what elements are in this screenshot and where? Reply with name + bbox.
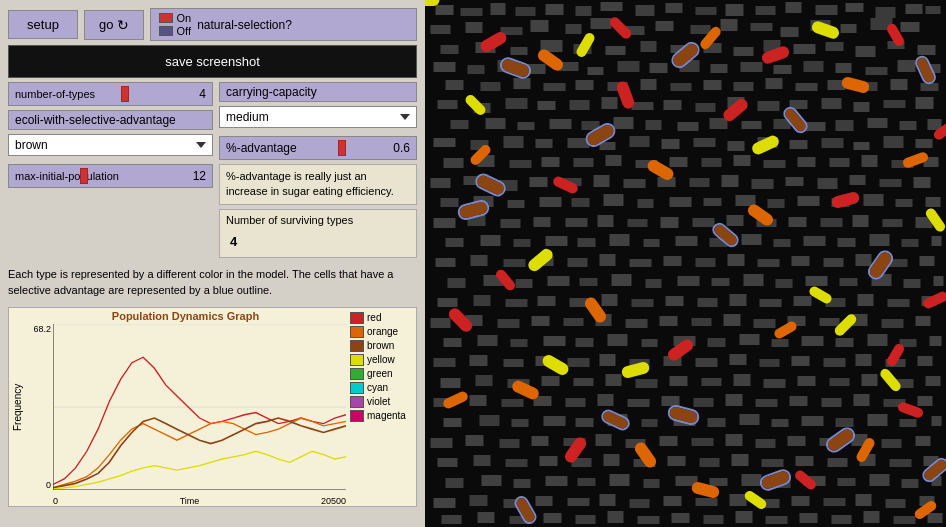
svg-rect-265 xyxy=(888,299,910,307)
svg-rect-110 xyxy=(550,119,572,129)
ecoli-dropdown[interactable]: brown xyxy=(8,134,213,156)
percent-advantage-slider[interactable]: %-advantage 0.6 xyxy=(219,136,417,160)
svg-rect-370 xyxy=(660,436,678,446)
svg-rect-388 xyxy=(732,454,749,466)
info-box: %-advantage is really just an increase i… xyxy=(219,164,417,205)
svg-rect-39 xyxy=(841,24,857,33)
svg-rect-192 xyxy=(598,215,614,227)
svg-rect-343 xyxy=(822,398,842,407)
legend-magenta: magenta xyxy=(350,410,412,422)
svg-rect-296 xyxy=(868,334,888,346)
go-button[interactable]: go ↻ xyxy=(84,10,144,40)
svg-rect-190 xyxy=(534,217,551,227)
svg-rect-264 xyxy=(858,294,874,306)
natural-selection-toggle[interactable]: On Off natural-selection? xyxy=(150,8,417,41)
number-of-types-slider[interactable]: number-of-types 4 xyxy=(8,82,213,106)
svg-rect-138 xyxy=(916,139,933,148)
svg-rect-389 xyxy=(762,459,784,467)
svg-rect-103 xyxy=(822,98,842,109)
svg-rect-299 xyxy=(434,358,456,367)
svg-rect-107 xyxy=(451,120,469,129)
max-initial-population-slider[interactable]: max-initial-population 12 xyxy=(8,164,213,188)
svg-rect-393 xyxy=(890,459,912,467)
svg-rect-399 xyxy=(578,478,596,486)
svg-rect-417 xyxy=(630,499,650,508)
svg-rect-26 xyxy=(431,25,451,34)
svg-rect-381 xyxy=(506,459,528,467)
svg-rect-199 xyxy=(821,218,843,227)
svg-rect-141 xyxy=(510,160,532,168)
svg-rect-77 xyxy=(514,78,531,89)
svg-rect-327 xyxy=(830,378,850,386)
svg-rect-408 xyxy=(870,474,890,486)
svg-rect-168 xyxy=(850,175,866,185)
svg-rect-120 xyxy=(868,118,888,128)
svg-rect-259 xyxy=(698,298,718,307)
svg-rect-274 xyxy=(660,316,678,326)
svg-rect-328 xyxy=(862,374,878,386)
svg-rect-430 xyxy=(544,513,562,523)
svg-rect-322 xyxy=(670,376,688,386)
svg-rect-316 xyxy=(476,375,493,386)
svg-rect-214 xyxy=(804,236,826,246)
svg-rect-314 xyxy=(918,356,933,366)
number-of-types-thumb[interactable] xyxy=(121,86,129,102)
svg-rect-125 xyxy=(504,136,524,148)
svg-rect-404 xyxy=(742,474,762,486)
svg-rect-247 xyxy=(840,278,858,286)
svg-rect-223 xyxy=(568,258,588,267)
svg-rect-184 xyxy=(864,194,884,206)
svg-rect-311 xyxy=(824,358,846,367)
svg-rect-149 xyxy=(764,160,786,168)
svg-rect-341 xyxy=(756,399,778,407)
svg-rect-116 xyxy=(742,121,762,129)
svg-rect-101 xyxy=(758,101,780,111)
svg-rect-36 xyxy=(751,23,773,31)
svg-rect-205 xyxy=(514,239,531,247)
screenshot-button[interactable]: save screenshot xyxy=(8,45,417,78)
svg-rect-243 xyxy=(712,278,730,286)
svg-rect-366 xyxy=(532,436,549,446)
svg-rect-279 xyxy=(820,318,840,326)
max-initial-population-thumb[interactable] xyxy=(80,168,88,184)
svg-rect-104 xyxy=(854,102,870,112)
svg-rect-336 xyxy=(598,394,614,406)
svg-rect-359 xyxy=(836,418,854,427)
off-indicator xyxy=(159,26,173,36)
svg-rect-146 xyxy=(670,157,688,167)
svg-rect-71 xyxy=(836,63,852,73)
svg-rect-244 xyxy=(744,274,764,286)
svg-rect-344 xyxy=(854,394,870,406)
svg-rect-251 xyxy=(438,298,458,307)
carrying-capacity-dropdown-arrow xyxy=(400,114,410,120)
legend-violet: violet xyxy=(350,396,412,408)
svg-rect-287 xyxy=(576,338,594,347)
svg-rect-289 xyxy=(642,339,658,347)
svg-rect-29 xyxy=(531,20,549,32)
svg-rect-135 xyxy=(822,138,844,148)
svg-rect-275 xyxy=(692,318,712,326)
svg-rect-55 xyxy=(856,46,876,57)
svg-rect-73 xyxy=(898,60,916,72)
svg-rect-442 xyxy=(928,513,943,523)
svg-rect-23 xyxy=(876,7,896,18)
svg-rect-420 xyxy=(730,494,747,506)
percent-advantage-thumb[interactable] xyxy=(338,140,346,156)
svg-rect-106 xyxy=(916,97,934,109)
svg-rect-239 xyxy=(580,278,598,286)
svg-rect-252 xyxy=(474,295,491,306)
svg-rect-160 xyxy=(594,175,610,187)
svg-rect-285 xyxy=(511,339,528,347)
svg-rect-191 xyxy=(566,218,588,227)
svg-rect-357 xyxy=(772,419,789,427)
svg-rect-374 xyxy=(788,436,806,446)
svg-rect-377 xyxy=(882,439,902,448)
svg-rect-418 xyxy=(664,496,682,506)
svg-rect-319 xyxy=(574,378,594,386)
svg-rect-387 xyxy=(700,458,720,467)
carrying-capacity-dropdown[interactable]: medium xyxy=(219,106,417,128)
svg-rect-294 xyxy=(802,336,824,346)
svg-rect-315 xyxy=(441,378,461,388)
setup-button[interactable]: setup xyxy=(8,10,78,39)
svg-rect-44 xyxy=(511,47,528,55)
